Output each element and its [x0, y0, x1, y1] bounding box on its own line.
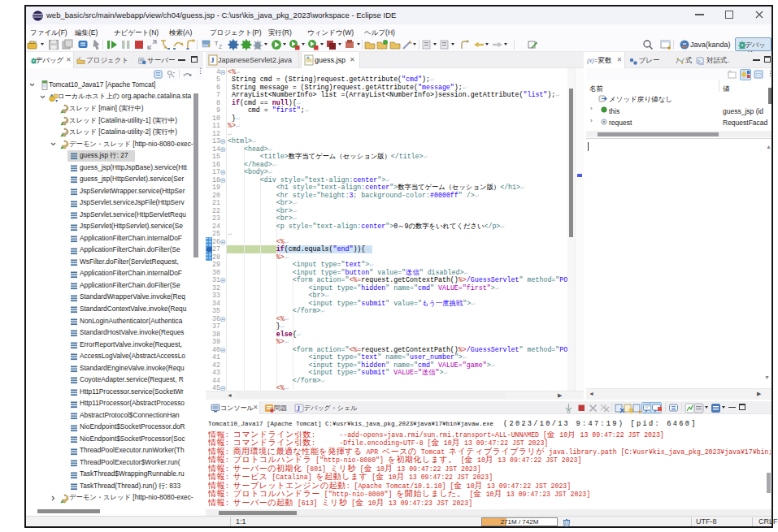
svg-text:J: J: [211, 56, 215, 64]
svg-text:Z: Z: [219, 44, 223, 50]
svg-text:J: J: [297, 404, 300, 412]
svg-text:☰: ☰: [671, 405, 676, 411]
